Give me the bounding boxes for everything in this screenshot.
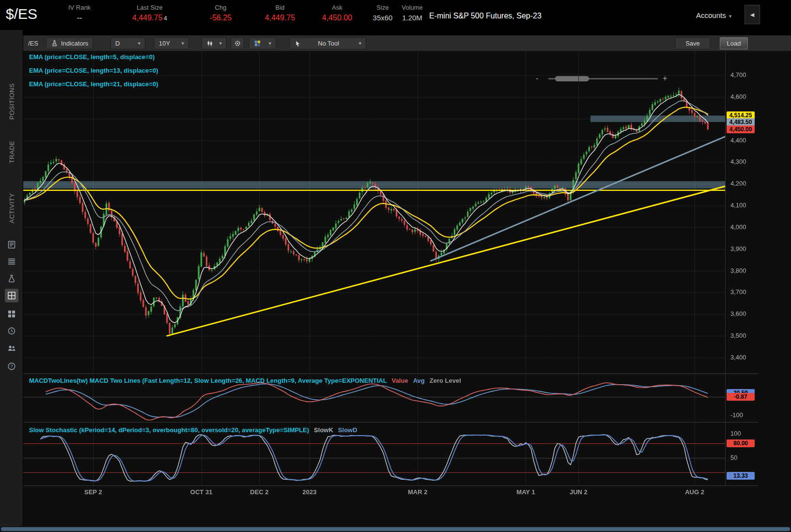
sidebar-tab-positions[interactable]: POSITIONS [0, 73, 23, 130]
instrument-title: E-mini S&P 500 Futures, Sep-23 [429, 12, 542, 20]
field-value: 4,449.75 [256, 14, 304, 22]
stochastic-title: Slow Stochastic (kPeriod=14, dPeriod=3, … [29, 426, 309, 434]
chart-style-dropdown[interactable]: ▾ [202, 37, 227, 49]
slowk-legend: SlowK [314, 426, 333, 434]
stochastic-study-label[interactable]: Slow Stochastic (kPeriod=14, dPeriod=3, … [29, 426, 357, 434]
field-label: Size [365, 4, 400, 11]
ema21-study-label[interactable]: EMA (price=CLOSE, length=21, displace=0) [29, 80, 158, 88]
svg-text:?: ? [10, 364, 13, 369]
panel-divider[interactable] [23, 422, 758, 422]
save-button[interactable]: Save [675, 37, 710, 49]
field-value: -- [60, 14, 99, 22]
price-chart-canvas[interactable] [23, 52, 725, 374]
range-dropdown[interactable]: 10Y▾ [154, 37, 189, 49]
ema5-study-label[interactable]: EMA (price=CLOSE, length=5, displace=0) [29, 53, 155, 61]
squares-icon[interactable] [5, 307, 18, 321]
field-label: Chg [198, 4, 244, 11]
slowd-legend: SlowD [338, 426, 357, 434]
gear-icon [234, 40, 241, 47]
field-value: 35x60 [365, 14, 400, 22]
load-button[interactable]: Load [720, 37, 748, 49]
macd-zero-legend: Zero Level [430, 377, 461, 384]
quote-field-ivrank: IV Rank -- [60, 4, 99, 22]
quote-field-ask: Ask 4,450.00 [314, 4, 360, 22]
chevron-down-icon: ▾ [268, 40, 271, 47]
people-icon[interactable] [5, 341, 18, 355]
last-size-count: 4 [164, 15, 167, 22]
quote-field-lastsize: Last Size 4,449.754 [120, 4, 179, 22]
macd-study-label[interactable]: MACDTwoLines(tw) MACD Two Lines (Fast Le… [29, 377, 461, 384]
field-value: -56.25 [198, 14, 244, 22]
field-label: Last Size [120, 4, 179, 11]
beaker-icon[interactable] [5, 272, 18, 285]
grid-icon [254, 40, 261, 47]
grid-layout-dropdown[interactable]: ▾ [249, 37, 276, 49]
time-scrollbar-handle[interactable] [1, 527, 790, 531]
field-label: Bid [256, 4, 304, 11]
collapse-panel-button[interactable]: ◀ [744, 5, 760, 24]
macd-title: MACDTwoLines(tw) MACD Two Lines (Fast Le… [29, 377, 387, 384]
ema13-study-label[interactable]: EMA (price=CLOSE, length=13, displace=0) [29, 67, 158, 74]
macd-avg-legend: Avg [413, 377, 425, 384]
list-icon[interactable] [5, 255, 18, 268]
field-label: Ask [314, 4, 360, 11]
flask-icon [51, 40, 58, 47]
quote-field-bid: Bid 4,449.75 [256, 4, 304, 22]
field-value: 1.20M [397, 14, 427, 22]
field-label: IV Rank [60, 4, 99, 11]
indicators-button[interactable]: Indicators [46, 37, 93, 49]
field-value: 4,449.75 [132, 14, 162, 22]
sidebar-tab-trade[interactable]: TRADE [0, 134, 23, 171]
cursor-icon [295, 40, 301, 47]
candlestick-icon [206, 40, 213, 47]
time-axis[interactable] [23, 486, 725, 501]
quote-header: $/ES IV Rank -- Last Size 4,449.754 Chg … [0, 0, 791, 30]
news-icon[interactable] [5, 238, 18, 251]
accounts-menu[interactable]: Accounts▾ [696, 11, 731, 19]
chart-symbol-label[interactable]: /ES [28, 40, 38, 47]
help-icon[interactable]: ? [5, 360, 18, 373]
chart-toolbar: /ES Indicators D▾ 10Y▾ ▾ ▾ No Tool ▾ - +… [23, 35, 791, 51]
chevron-down-icon: ▾ [358, 40, 361, 47]
macd-value-legend: Value [392, 377, 408, 384]
quote-field-size: Size 35x60 [365, 4, 400, 22]
price-axis[interactable] [725, 52, 791, 486]
drawing-tool-dropdown[interactable]: No Tool ▾ [290, 37, 366, 49]
quote-field-chg: Chg -56.25 [198, 4, 244, 22]
settings-gear-button[interactable] [231, 37, 244, 49]
chevron-down-icon: ▾ [138, 40, 140, 47]
symbol-title[interactable]: $/ES [6, 6, 37, 22]
quote-field-volume: Volume 1.20M [397, 4, 427, 22]
chevron-down-icon: ▾ [219, 40, 222, 47]
clock-icon[interactable] [5, 324, 18, 338]
field-label: Volume [397, 4, 427, 11]
chart-grid-icon[interactable] [5, 289, 18, 302]
sidebar-tab-activity[interactable]: ACTIVITY [0, 184, 23, 233]
field-value: 4,450.00 [314, 14, 360, 22]
timeframe-dropdown[interactable]: D▾ [110, 37, 145, 49]
chevron-down-icon: ▾ [729, 13, 732, 19]
left-sidebar: POSITIONS TRADE ACTIVITY ? [0, 30, 23, 532]
panel-divider[interactable] [23, 374, 758, 374]
chevron-down-icon: ▾ [181, 40, 184, 47]
